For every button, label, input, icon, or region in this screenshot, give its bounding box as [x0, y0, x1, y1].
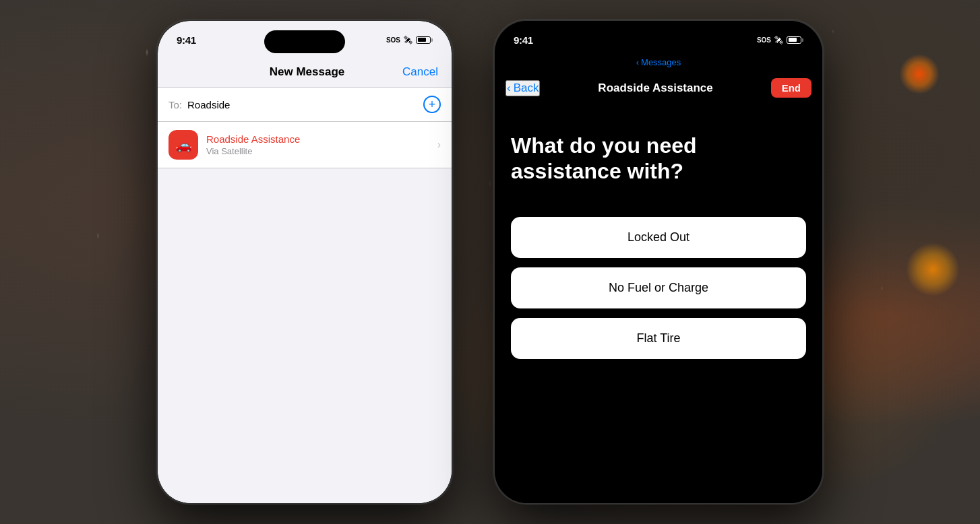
right-phone-body: ‹ Back Roadside Assistance End What do y… — [495, 73, 822, 503]
status-icons-left: SOS 🛰 — [386, 35, 433, 45]
battery-icon-left — [416, 36, 433, 44]
to-field[interactable]: To: Roadside + — [158, 88, 452, 122]
back-button[interactable]: ‹ Back — [506, 80, 540, 96]
phone-left-screen: 9:41 SOS 🛰 New Message — [158, 21, 452, 503]
end-button[interactable]: End — [771, 78, 811, 98]
dynamic-island-left — [264, 30, 345, 53]
cancel-button[interactable]: Cancel — [402, 65, 438, 79]
sos-icon-right: SOS — [757, 36, 771, 44]
battery-icon-right — [787, 36, 803, 44]
time-left: 9:41 — [177, 34, 196, 46]
phone-left: 9:41 SOS 🛰 New Message — [156, 20, 453, 504]
nav-title: Roadside Assistance — [598, 81, 712, 95]
assistance-options: Locked Out No Fuel or Charge Flat Tire — [495, 206, 822, 370]
messages-back-bar: ‹ Messages — [495, 55, 822, 73]
roadside-icon-badge: 🚗 — [169, 130, 198, 160]
phones-container: 9:41 SOS 🛰 New Message — [0, 0, 980, 524]
satellite-icon-left: 🛰 — [404, 35, 412, 45]
no-fuel-button[interactable]: No Fuel or Charge — [511, 267, 806, 308]
nav-bar-right: ‹ Back Roadside Assistance End — [495, 73, 822, 106]
plus-icon: + — [429, 98, 436, 112]
message-body-area[interactable] — [158, 168, 452, 503]
time-right: 9:41 — [514, 34, 533, 46]
to-value: Roadside — [187, 99, 418, 110]
add-recipient-button[interactable]: + — [423, 96, 441, 113]
assistance-question-text: What do you need assistance with? — [511, 133, 806, 185]
satellite-icon-right: 🛰 — [774, 35, 783, 45]
roadside-subtitle: Via Satellite — [206, 146, 429, 156]
roadside-suggestion-row[interactable]: 🚗 Roadside Assistance Via Satellite › — [158, 122, 452, 168]
new-message-header: New Message Cancel — [158, 55, 452, 88]
chevron-left-icon: ‹ — [636, 57, 639, 67]
flat-tire-button[interactable]: Flat Tire — [511, 318, 806, 359]
back-label: Back — [514, 81, 539, 95]
new-message-title: New Message — [212, 65, 402, 79]
phone-right-screen: 9:41 SOS 🛰 ‹ Messages — [495, 21, 822, 503]
chevron-right-icon: › — [437, 139, 441, 151]
dynamic-island-right — [615, 30, 702, 53]
car-icon: 🚗 — [175, 137, 192, 153]
left-phone-body: New Message Cancel To: Roadside + 🚗 — [158, 55, 452, 503]
roadside-name: Roadside Assistance — [206, 133, 429, 145]
messages-back-label: Messages — [641, 57, 681, 67]
status-icons-right: SOS 🛰 — [757, 35, 803, 45]
phone-right: 9:41 SOS 🛰 ‹ Messages — [493, 20, 824, 504]
back-chevron-icon: ‹ — [507, 81, 511, 95]
roadside-info: Roadside Assistance Via Satellite — [206, 133, 429, 156]
locked-out-button[interactable]: Locked Out — [511, 217, 806, 258]
sos-icon-left: SOS — [386, 36, 400, 44]
messages-back-link[interactable]: ‹ Messages — [636, 57, 681, 67]
to-label: To: — [169, 99, 182, 110]
assistance-question-section: What do you need assistance with? — [495, 106, 822, 206]
